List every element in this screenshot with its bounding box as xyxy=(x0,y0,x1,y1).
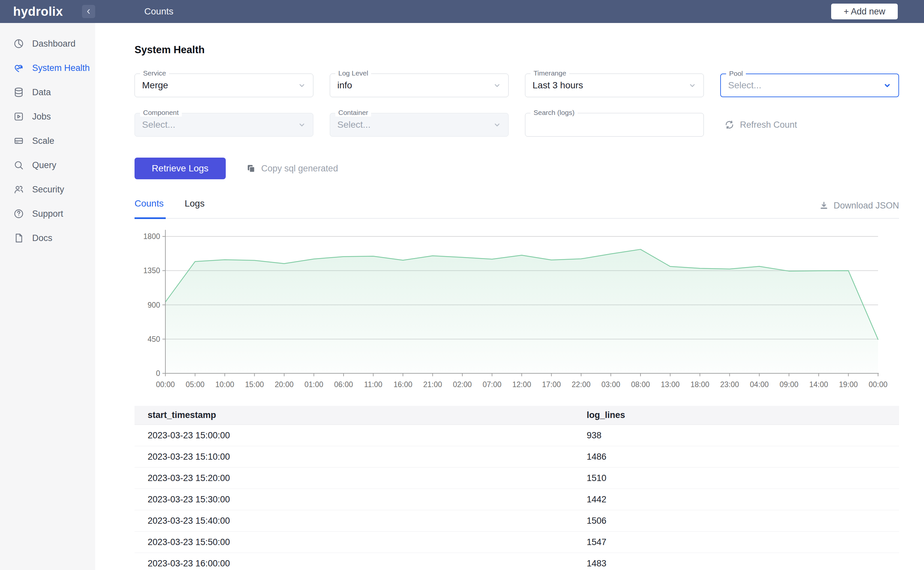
cell-log-lines: 1483 xyxy=(574,553,899,570)
chevron-down-icon xyxy=(493,81,502,90)
search-logs-label: Search (logs) xyxy=(531,109,577,116)
svg-text:02:00: 02:00 xyxy=(453,380,472,389)
timerange-select[interactable]: Timerange Last 3 hours xyxy=(525,74,704,97)
component-label: Component xyxy=(140,109,182,116)
svg-text:15:00: 15:00 xyxy=(245,380,264,389)
sidebar-item-label: Docs xyxy=(32,233,52,243)
sidebar-item-label: System Health xyxy=(32,63,90,73)
chevron-left-icon xyxy=(85,8,92,15)
cell-log-lines: 1486 xyxy=(574,446,899,467)
tab-counts[interactable]: Counts xyxy=(134,198,166,219)
area-chart-svg: 04509001350180000:0005:0010:0015:0020:00… xyxy=(134,226,899,390)
svg-text:03:00: 03:00 xyxy=(602,380,620,389)
copy-sql-button[interactable]: Copy sql generated xyxy=(246,164,338,174)
sidebar-item-scale[interactable]: Scale xyxy=(0,129,95,153)
svg-text:1350: 1350 xyxy=(144,266,160,275)
table-row: 2023-03-23 16:00:00 1483 xyxy=(134,553,899,570)
sidebar-item-support[interactable]: Support xyxy=(0,202,95,226)
search-logs-field[interactable]: Search (logs) xyxy=(525,113,704,136)
main-content: System Health Service Merge Log Level in… xyxy=(95,23,924,570)
sidebar-item-label: Support xyxy=(32,209,63,219)
search-icon xyxy=(13,159,24,171)
filters: Service Merge Log Level info Timerange L… xyxy=(134,74,899,136)
retrieve-logs-button[interactable]: Retrieve Logs xyxy=(134,158,226,179)
page-title: Counts xyxy=(144,6,174,17)
document-icon xyxy=(13,233,24,244)
column-start-timestamp: start_timestamp xyxy=(134,406,574,425)
sidebar-item-data[interactable]: Data xyxy=(0,80,95,104)
download-icon xyxy=(819,201,829,210)
svg-text:14:00: 14:00 xyxy=(809,380,828,389)
app-root: hydrolix Counts + Add new Dashboard xyxy=(0,0,924,570)
svg-text:11:00: 11:00 xyxy=(364,380,383,389)
sidebar-item-label: Data xyxy=(32,87,51,98)
sidebar-item-label: Query xyxy=(32,160,57,170)
svg-text:900: 900 xyxy=(148,300,160,309)
svg-text:450: 450 xyxy=(148,335,160,343)
sidebar-collapse-button[interactable] xyxy=(82,5,95,18)
pool-select[interactable]: Pool Select... xyxy=(720,74,899,97)
table-row: 2023-03-23 15:50:00 1547 xyxy=(134,532,899,553)
sidebar-item-docs[interactable]: Docs xyxy=(0,226,95,250)
sidebar-item-system-health[interactable]: System Health xyxy=(0,56,95,80)
sidebar-item-label: Scale xyxy=(32,136,55,146)
cell-start-timestamp: 2023-03-23 16:00:00 xyxy=(134,553,574,570)
download-json-button[interactable]: Download JSON xyxy=(819,201,899,218)
svg-text:13:00: 13:00 xyxy=(661,380,680,389)
svg-text:12:00: 12:00 xyxy=(512,380,531,389)
svg-text:10:00: 10:00 xyxy=(215,380,234,389)
cell-log-lines: 1547 xyxy=(574,532,899,553)
sidebar-item-query[interactable]: Query xyxy=(0,153,95,177)
search-logs-input[interactable] xyxy=(533,120,684,130)
container-label: Container xyxy=(335,109,371,116)
timerange-value: Last 3 hours xyxy=(533,80,583,90)
counts-table: start_timestamp log_lines 2023-03-23 15:… xyxy=(134,406,899,570)
tabs-bar: Counts Logs Download JSON xyxy=(134,198,899,219)
svg-text:06:00: 06:00 xyxy=(334,380,353,389)
pool-label: Pool xyxy=(726,70,746,78)
add-new-button[interactable]: + Add new xyxy=(831,4,898,19)
cell-log-lines: 938 xyxy=(574,425,899,446)
copy-sql-label: Copy sql generated xyxy=(261,164,338,174)
table-row: 2023-03-23 15:20:00 1510 xyxy=(134,467,899,489)
table-row: 2023-03-23 15:10:00 1486 xyxy=(134,446,899,467)
page-heading: System Health xyxy=(134,44,899,56)
service-select[interactable]: Service Merge xyxy=(134,74,313,97)
tabs: Counts Logs xyxy=(134,198,206,218)
tab-logs[interactable]: Logs xyxy=(185,198,207,219)
refresh-count-label: Refresh Count xyxy=(740,120,797,130)
chevron-down-icon xyxy=(883,81,892,90)
svg-text:00:00: 00:00 xyxy=(869,380,887,389)
table-header-row: start_timestamp log_lines xyxy=(134,406,899,425)
svg-text:07:00: 07:00 xyxy=(483,380,502,389)
container-placeholder: Select... xyxy=(337,120,370,130)
copy-icon xyxy=(246,164,256,173)
cell-start-timestamp: 2023-03-23 15:30:00 xyxy=(134,489,574,510)
log-lines-chart: 04509001350180000:0005:0010:0015:0020:00… xyxy=(134,226,899,390)
play-square-icon xyxy=(13,111,24,122)
cell-start-timestamp: 2023-03-23 15:40:00 xyxy=(134,510,574,532)
sidebar-item-label: Security xyxy=(32,184,64,195)
svg-text:16:00: 16:00 xyxy=(393,380,412,389)
actions-row: Retrieve Logs Copy sql generated xyxy=(134,158,899,179)
sidebar-item-security[interactable]: Security xyxy=(0,177,95,202)
table-row: 2023-03-23 15:30:00 1442 xyxy=(134,489,899,510)
help-circle-icon xyxy=(13,208,24,219)
hydrolix-logo: hydrolix xyxy=(13,5,63,19)
refresh-count-button[interactable]: Refresh Count xyxy=(720,113,899,136)
svg-text:01:00: 01:00 xyxy=(304,380,324,389)
pool-placeholder: Select... xyxy=(728,80,761,90)
sidebar-item-label: Jobs xyxy=(32,112,51,122)
log-level-select[interactable]: Log Level info xyxy=(330,74,509,97)
svg-text:23:00: 23:00 xyxy=(720,380,739,389)
cell-start-timestamp: 2023-03-23 15:00:00 xyxy=(134,425,574,446)
sidebar-item-dashboard[interactable]: Dashboard xyxy=(0,32,95,56)
component-placeholder: Select... xyxy=(142,120,175,130)
heart-pulse-icon xyxy=(13,62,24,74)
container-select[interactable]: Container Select... xyxy=(330,113,509,136)
sidebar-item-jobs[interactable]: Jobs xyxy=(0,104,95,129)
log-level-value: info xyxy=(337,80,352,90)
column-log-lines: log_lines xyxy=(574,406,899,425)
component-select[interactable]: Component Select... xyxy=(134,113,313,136)
server-icon xyxy=(13,135,24,146)
